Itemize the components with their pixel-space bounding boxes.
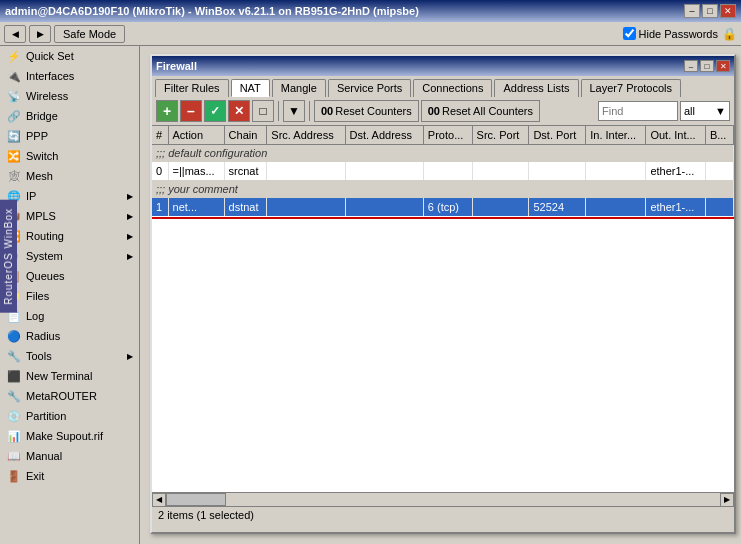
status-text: 2 items (1 selected) — [158, 509, 254, 521]
find-input[interactable] — [598, 101, 678, 121]
sidebar-item-quick-set[interactable]: ⚡ Quick Set — [0, 46, 139, 66]
group-row-default: ;;; default configuration — [152, 144, 734, 162]
content-area: RouterOS WinBox Firewall – □ ✕ Filter Ru… — [140, 46, 741, 544]
interfaces-icon: 🔌 — [6, 68, 22, 84]
metarouter-icon: 🔧 — [6, 388, 22, 404]
firewall-window-controls: – □ ✕ — [684, 60, 730, 72]
copy-button[interactable]: □ — [252, 100, 274, 122]
tab-service-ports[interactable]: Service Ports — [328, 79, 411, 97]
terminal-icon: ⬛ — [6, 368, 22, 384]
cell-sport — [472, 198, 529, 216]
col-src-address: Src. Address — [267, 126, 345, 144]
col-action: Action — [168, 126, 224, 144]
close-button[interactable]: ✕ — [720, 4, 736, 18]
firewall-title-bar: Firewall – □ ✕ — [152, 56, 734, 76]
cell-out: ether1-... — [646, 198, 706, 216]
safe-mode-button[interactable]: Safe Mode — [54, 25, 125, 43]
sidebar-item-system[interactable]: ⚙ System ▶ — [0, 246, 139, 266]
scroll-left-arrow[interactable]: ◀ — [152, 493, 166, 507]
scroll-track[interactable] — [166, 493, 720, 506]
sidebar-item-metarouter[interactable]: 🔧 MetaROUTER — [0, 386, 139, 406]
sidebar-item-mesh[interactable]: 🕸 Mesh — [0, 166, 139, 186]
hide-passwords-label[interactable]: Hide Passwords — [623, 27, 718, 40]
sidebar-label-switch: Switch — [26, 150, 133, 162]
sidebar-label-log: Log — [26, 310, 133, 322]
sidebar-item-tools[interactable]: 🔧 Tools ▶ — [0, 346, 139, 366]
sidebar-label-ip: IP — [26, 190, 123, 202]
manual-icon: 📖 — [6, 448, 22, 464]
mesh-icon: 🕸 — [6, 168, 22, 184]
sidebar-item-mpls[interactable]: 📦 MPLS ▶ — [0, 206, 139, 226]
cell-num: 0 — [152, 162, 168, 180]
sidebar-item-partition[interactable]: 💿 Partition — [0, 406, 139, 426]
cell-in — [586, 162, 646, 180]
sidebar-item-bridge[interactable]: 🔗 Bridge — [0, 106, 139, 126]
horizontal-scrollbar[interactable]: ◀ ▶ — [152, 492, 734, 506]
group-label-your-comment: ;;; your comment — [152, 180, 734, 198]
col-out-int: Out. Int... — [646, 126, 706, 144]
ppp-icon: 🔄 — [6, 128, 22, 144]
firewall-maximize-button[interactable]: □ — [700, 60, 714, 72]
tab-mangle[interactable]: Mangle — [272, 79, 326, 97]
sidebar-label-new-terminal: New Terminal — [26, 370, 133, 382]
minimize-button[interactable]: – — [684, 4, 700, 18]
firewall-close-button[interactable]: ✕ — [716, 60, 730, 72]
sidebar-item-interfaces[interactable]: 🔌 Interfaces — [0, 66, 139, 86]
disable-button[interactable]: ✕ — [228, 100, 250, 122]
ip-arrow: ▶ — [127, 192, 133, 201]
firewall-table: # Action Chain Src. Address Dst. Address… — [152, 126, 734, 219]
sidebar-item-routing[interactable]: 🔀 Routing ▶ — [0, 226, 139, 246]
sidebar-item-ip[interactable]: 🌐 IP ▶ — [0, 186, 139, 206]
sidebar-label-manual: Manual — [26, 450, 133, 462]
sidebar-item-make-supout[interactable]: 📊 Make Supout.rif — [0, 426, 139, 446]
enable-button[interactable]: ✓ — [204, 100, 226, 122]
sidebar-label-quick-set: Quick Set — [26, 50, 133, 62]
cell-proto: 6 (tcp) — [423, 198, 472, 216]
sidebar-label-mesh: Mesh — [26, 170, 133, 182]
sidebar-item-wireless[interactable]: 📡 Wireless — [0, 86, 139, 106]
reset-counters-button[interactable]: 00 Reset Counters — [314, 100, 419, 122]
reset-counters-label: Reset Counters — [335, 105, 411, 117]
tab-layer7-protocols[interactable]: Layer7 Protocols — [581, 79, 682, 97]
filter-dropdown[interactable]: all ▼ — [680, 101, 730, 121]
cell-src — [267, 162, 345, 180]
sidebar-item-ppp[interactable]: 🔄 PPP — [0, 126, 139, 146]
sidebar-item-switch[interactable]: 🔀 Switch — [0, 146, 139, 166]
sidebar-item-manual[interactable]: 📖 Manual — [0, 446, 139, 466]
forward-button[interactable]: ▶ — [29, 25, 51, 43]
sidebar-item-queues[interactable]: 📋 Queues — [0, 266, 139, 286]
maximize-button[interactable]: □ — [702, 4, 718, 18]
tab-connections[interactable]: Connections — [413, 79, 492, 97]
back-button[interactable]: ◀ — [4, 25, 26, 43]
tab-nat[interactable]: NAT — [231, 79, 270, 97]
sidebar-item-log[interactable]: 📄 Log — [0, 306, 139, 326]
col-src-port: Src. Port — [472, 126, 529, 144]
remove-button[interactable]: – — [180, 100, 202, 122]
sidebar-label-exit: Exit — [26, 470, 133, 482]
hide-passwords-checkbox[interactable] — [623, 27, 636, 40]
sidebar-item-exit[interactable]: 🚪 Exit — [0, 466, 139, 486]
scroll-right-arrow[interactable]: ▶ — [720, 493, 734, 507]
reset-all-counters-button[interactable]: 00 Reset All Counters — [421, 100, 540, 122]
title-bar: admin@D4CA6D190F10 (MikroTik) - WinBox v… — [0, 0, 741, 22]
mpls-arrow: ▶ — [127, 212, 133, 221]
firewall-toolbar: + – ✓ ✕ □ ▼ 00 Reset Counters 00 Reset A… — [152, 97, 734, 126]
filter-button[interactable]: ▼ — [283, 100, 305, 122]
menu-right: Hide Passwords 🔒 — [623, 27, 737, 41]
cell-chain: srcnat — [224, 162, 267, 180]
table-row[interactable]: 1 net... dstnat 6 (tcp) 52524 ether1-... — [152, 198, 734, 216]
add-button[interactable]: + — [156, 100, 178, 122]
tab-filter-rules[interactable]: Filter Rules — [155, 79, 229, 97]
table-row[interactable]: 0 =||mas... srcnat ether1-... — [152, 162, 734, 180]
firewall-minimize-button[interactable]: – — [684, 60, 698, 72]
sidebar-item-files[interactable]: 📁 Files — [0, 286, 139, 306]
sidebar-label-metarouter: MetaROUTER — [26, 390, 133, 402]
tab-address-lists[interactable]: Address Lists — [494, 79, 578, 97]
sidebar-item-radius[interactable]: 🔵 Radius — [0, 326, 139, 346]
scroll-thumb[interactable] — [166, 493, 226, 506]
sidebar-label-make-supout: Make Supout.rif — [26, 430, 133, 442]
sidebar-item-new-terminal[interactable]: ⬛ New Terminal — [0, 366, 139, 386]
sidebar-label-interfaces: Interfaces — [26, 70, 133, 82]
cell-b — [705, 162, 733, 180]
radius-icon: 🔵 — [6, 328, 22, 344]
